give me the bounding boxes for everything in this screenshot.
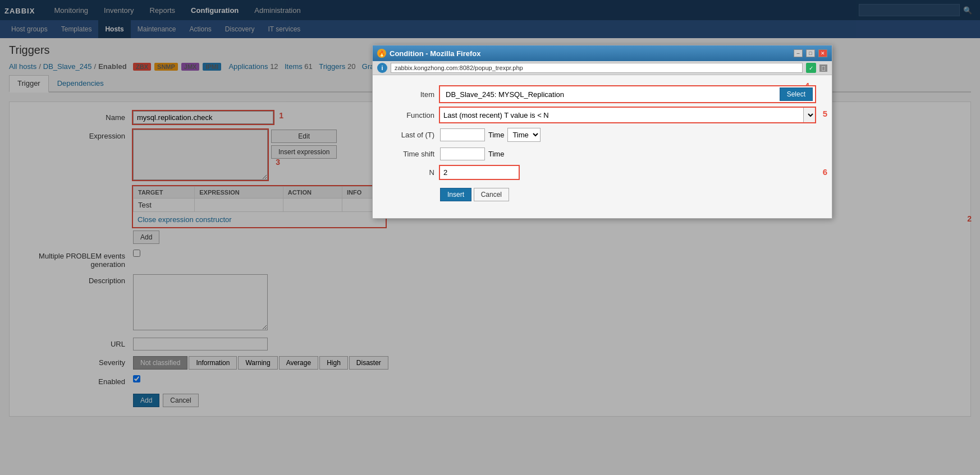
modal-overlay: 🔥 Condition - Mozilla Firefox – □ ✕ i za…: [0, 0, 980, 475]
modal-timeshift-control: Time: [440, 147, 815, 160]
modal-browser-icon: 🔥: [377, 49, 386, 58]
modal-timeshift-time-label: Time: [488, 150, 504, 158]
modal-n-label: N: [390, 168, 440, 177]
modal-n-input[interactable]: 2: [440, 166, 519, 179]
modal-title: Condition - Mozilla Firefox: [390, 49, 790, 58]
modal-grid-icon[interactable]: ⎕: [819, 64, 827, 72]
modal-function-label: Function: [390, 111, 440, 119]
shield-icon: ✓: [806, 63, 816, 73]
modal-last-of-row: Last of (T) Time Time: [390, 128, 815, 142]
modal-window: 🔥 Condition - Mozilla Firefox – □ ✕ i za…: [372, 45, 832, 219]
modal-action-row: Insert Cancel: [390, 188, 815, 201]
modal-form: 4 Item DB_Slave_245: MYSQL_Replication S…: [390, 86, 815, 201]
modal-last-of-input[interactable]: [440, 128, 485, 141]
modal-item-label: Item: [390, 90, 440, 99]
modal-item-row: Item DB_Slave_245: MYSQL_Replication Sel…: [390, 86, 815, 102]
info-icon: i: [377, 63, 387, 73]
modal-timeshift-row: Time shift Time: [390, 147, 815, 160]
modal-time-dropdown[interactable]: Time: [507, 128, 541, 142]
modal-function-control: Last (most recent) T value is < N 5: [440, 108, 815, 122]
modal-time-label: Time: [488, 131, 504, 139]
modal-n-row: N 2 6: [390, 166, 815, 179]
modal-address-bar: i zabbix.kongzhong.com:8082/popup_trexpr…: [373, 61, 832, 75]
select-button[interactable]: Select: [780, 87, 813, 101]
modal-close-button[interactable]: ✕: [818, 49, 827, 57]
modal-function-row: Function Last (most recent) T value is <…: [390, 108, 815, 122]
modal-n-control: 2 6: [440, 166, 815, 179]
modal-function-input[interactable]: Last (most recent) T value is < N: [440, 109, 803, 122]
modal-titlebar: 🔥 Condition - Mozilla Firefox – □ ✕: [373, 45, 832, 61]
modal-function-select[interactable]: [803, 108, 815, 122]
modal-maximize-button[interactable]: □: [806, 49, 815, 57]
modal-minimize-button[interactable]: –: [794, 49, 803, 57]
modal-cancel-button[interactable]: Cancel: [474, 188, 509, 201]
modal-item-input[interactable]: DB_Slave_245: MYSQL_Replication: [442, 89, 776, 100]
modal-last-of-label: Last of (T): [390, 131, 440, 139]
modal-insert-button[interactable]: Insert: [440, 188, 471, 201]
modal-url: zabbix.kongzhong.com:8082/popup_trexpr.p…: [391, 63, 803, 73]
modal-item-control: DB_Slave_245: MYSQL_Replication Select: [440, 86, 815, 102]
modal-timeshift-label: Time shift: [390, 150, 440, 158]
modal-last-of-control: Time Time: [440, 128, 815, 142]
modal-timeshift-input[interactable]: [440, 147, 485, 160]
annotation-6: 6: [823, 167, 827, 177]
modal-body: 4 Item DB_Slave_245: MYSQL_Replication S…: [373, 75, 832, 218]
annotation-5: 5: [823, 109, 827, 118]
